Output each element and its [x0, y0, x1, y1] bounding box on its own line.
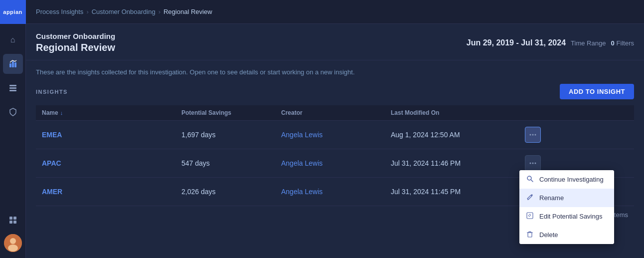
action-menu-btn-emea[interactable]: [525, 127, 541, 143]
ellipsis-icon: [529, 131, 536, 138]
svg-point-15: [535, 134, 536, 136]
row-creator-emea[interactable]: Angela Lewis: [281, 131, 391, 139]
context-menu-item-delete[interactable]: Delete: [519, 226, 614, 244]
action-menu-btn-apac[interactable]: [525, 155, 541, 171]
avatar-image: [4, 234, 22, 252]
row-action-emea[interactable]: [520, 127, 545, 143]
row-savings-apac: 547 days: [181, 159, 281, 167]
context-menu-item-continue[interactable]: Continue Investigating: [519, 170, 614, 189]
context-menu-item-rename[interactable]: Rename: [519, 189, 614, 207]
breadcrumb-sep-1: ›: [86, 8, 88, 15]
sidebar-item-home[interactable]: ⌂: [3, 30, 23, 50]
table-header-row: Name ↓ Potential Savings Creator Last Mo…: [36, 105, 634, 121]
time-range-label: Time Range: [571, 39, 606, 47]
insights-section-label: INSIGHTS: [36, 89, 68, 95]
svg-point-13: [530, 134, 531, 136]
sidebar: appian ⌂: [0, 0, 26, 258]
page-title: Regional Review: [36, 41, 115, 54]
svg-point-18: [535, 163, 536, 164]
svg-rect-2: [14, 62, 16, 67]
svg-point-16: [530, 163, 531, 164]
shield-icon: [8, 107, 17, 116]
svg-rect-6: [9, 217, 12, 220]
svg-rect-4: [9, 87, 16, 89]
row-date-amer: Jul 31, 2024 11:45 PM: [391, 188, 520, 196]
sidebar-item-apps[interactable]: [3, 210, 23, 230]
trash-icon: [526, 231, 534, 239]
date-range: Jun 29, 2019 - Jul 31, 2024: [467, 38, 566, 47]
svg-rect-8: [9, 221, 12, 224]
search-icon: [526, 175, 534, 184]
svg-point-12: [8, 245, 18, 252]
th-last-modified: Last Modified On: [391, 109, 520, 116]
svg-point-14: [532, 134, 534, 136]
breadcrumb-nav: Process Insights › Customer Onboarding ›…: [26, 0, 644, 24]
svg-rect-25: [527, 213, 533, 219]
sidebar-item-data[interactable]: [3, 78, 23, 98]
filters-label: Filters: [617, 39, 634, 47]
row-action-apac[interactable]: [520, 155, 545, 171]
user-avatar[interactable]: [4, 234, 22, 252]
svg-point-11: [10, 238, 16, 244]
row-creator-apac[interactable]: Angela Lewis: [281, 159, 391, 167]
context-menu: Continue Investigating Rename: [519, 170, 614, 244]
sort-icon-name[interactable]: ↓: [60, 110, 63, 116]
breadcrumb-current: Regional Review: [163, 8, 212, 15]
add-to-insight-button[interactable]: ADD TO INSIGHT: [560, 84, 634, 99]
logo-text: appian: [3, 9, 22, 15]
insights-header: INSIGHTS ADD TO INSIGHT: [36, 84, 634, 99]
content-area: These are the insights collected for thi…: [26, 60, 644, 258]
row-name-amer[interactable]: AMER: [42, 188, 181, 196]
row-name-apac[interactable]: APAC: [42, 159, 181, 167]
row-savings-amer: 2,026 days: [181, 188, 281, 196]
svg-point-17: [532, 163, 534, 164]
svg-rect-9: [13, 221, 16, 224]
page-title-block: Customer Onboarding Regional Review: [36, 32, 115, 54]
breadcrumb-customer-onboarding[interactable]: Customer Onboarding: [92, 8, 156, 15]
table-row[interactable]: EMEA 1,697 days Angela Lewis Aug 1, 2024…: [36, 121, 634, 149]
app-logo[interactable]: appian: [0, 0, 26, 24]
rename-label: Rename: [539, 194, 564, 202]
continue-investigating-label: Continue Investigating: [539, 176, 604, 183]
filters-count: 0: [611, 39, 614, 47]
context-menu-item-edit-savings[interactable]: Edit Potential Savings: [519, 207, 614, 226]
row-creator-amer[interactable]: Angela Lewis: [281, 188, 391, 196]
items-label: items: [613, 211, 628, 219]
svg-point-22: [527, 176, 531, 180]
edit-icon: [526, 212, 534, 221]
page-header-controls: Jun 29, 2019 - Jul 31, 2024 Time Range 0…: [467, 38, 634, 47]
breadcrumb-process-insights[interactable]: Process Insights: [36, 8, 83, 15]
row-savings-emea: 1,697 days: [181, 131, 281, 139]
filters-button[interactable]: 0 Filters: [611, 39, 634, 47]
th-name: Name ↓: [42, 109, 181, 116]
svg-line-23: [531, 180, 533, 182]
svg-rect-7: [13, 217, 16, 220]
main-content: Process Insights › Customer Onboarding ›…: [26, 0, 644, 258]
ellipsis-icon: [529, 160, 536, 167]
svg-rect-5: [9, 90, 16, 91]
row-name-emea[interactable]: EMEA: [42, 131, 181, 139]
sidebar-item-security[interactable]: [3, 102, 23, 122]
description-text: These are the insights collected for thi…: [36, 68, 634, 76]
svg-rect-26: [528, 233, 532, 237]
insights-icon: [8, 59, 17, 68]
th-name-label: Name: [42, 109, 58, 116]
svg-rect-3: [9, 85, 16, 86]
breadcrumb-sep-2: ›: [159, 8, 161, 15]
pencil-icon: [526, 194, 534, 202]
svg-rect-0: [9, 63, 11, 67]
th-potential-savings: Potential Savings: [181, 109, 281, 116]
page-subtitle: Customer Onboarding: [36, 32, 115, 41]
th-actions: [520, 109, 545, 116]
sidebar-item-insights[interactable]: [3, 54, 23, 74]
grid-icon: [8, 216, 17, 225]
th-creator: Creator: [281, 109, 391, 116]
data-icon: [8, 83, 17, 92]
row-date-apac: Jul 31, 2024 11:46 PM: [391, 159, 520, 167]
svg-rect-1: [12, 61, 14, 67]
page-header: Customer Onboarding Regional Review Jun …: [26, 24, 644, 60]
delete-label: Delete: [539, 231, 558, 239]
row-date-emea: Aug 1, 2024 12:50 AM: [391, 131, 520, 139]
edit-potential-savings-label: Edit Potential Savings: [539, 213, 602, 220]
